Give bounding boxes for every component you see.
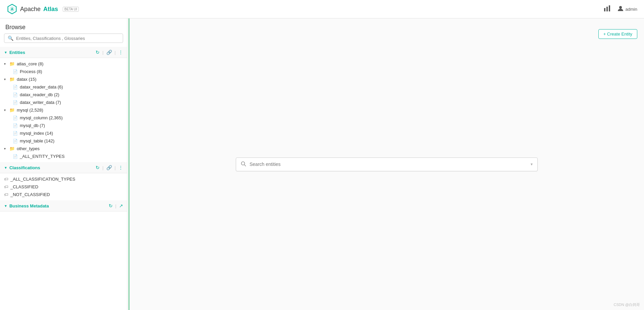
tree-folder-datax[interactable]: ▾ 📁 datax (15) <box>0 75 127 83</box>
file-icon: 📄 <box>13 154 18 159</box>
entities-label: Entities <box>9 50 25 55</box>
svg-point-7 <box>241 162 245 165</box>
arrow-icon: ▾ <box>4 77 7 81</box>
file-icon: 📄 <box>13 131 18 136</box>
file-icon: 📄 <box>13 100 18 105</box>
arrow-icon: ▾ <box>4 108 7 112</box>
main-content-area: ▾ <box>129 18 644 310</box>
file-icon: 📄 <box>13 69 18 74</box>
svg-point-6 <box>619 6 622 9</box>
tree-folder-other-types[interactable]: ▾ 📁 other_types <box>0 145 127 152</box>
tree-item-process[interactable]: 📄 Process (8) <box>0 68 127 75</box>
browse-title: Browse <box>0 18 127 34</box>
svg-rect-5 <box>609 5 610 11</box>
classifications-chevron-icon: ▼ <box>4 166 7 170</box>
item-label: mysql_db (7) <box>20 123 45 128</box>
arrow-icon: ▾ <box>4 62 7 66</box>
entities-toggle[interactable]: ▼ Entities <box>4 50 96 55</box>
file-icon: 📄 <box>13 85 18 89</box>
tree-item-all-classification-types[interactable]: 🏷 _ALL_CLASSIFICATION_TYPES <box>0 175 127 183</box>
file-icon: 📄 <box>13 123 18 128</box>
item-label: _ALL_ENTITY_TYPES <box>20 154 65 159</box>
entities-more-button[interactable]: ⋮ <box>118 50 123 55</box>
entity-search-dropdown-icon[interactable]: ▾ <box>531 162 533 167</box>
business-metadata-chevron-icon: ▼ <box>4 204 7 208</box>
classifications-actions: ↻ | 🔗 | ⋮ <box>96 165 123 170</box>
sidebar-resize-handle[interactable] <box>127 18 129 310</box>
folder-icon: 📁 <box>9 146 15 151</box>
entity-search-icon <box>241 161 246 168</box>
entities-actions: ↻ | 🔗 | ⋮ <box>96 50 123 55</box>
tag-icon: 🏷 <box>4 192 8 197</box>
folder-icon: 📁 <box>9 108 15 113</box>
tree-item-classified[interactable]: 🏷 _CLASSIFIED <box>0 183 127 191</box>
file-icon: 📄 <box>13 92 18 97</box>
business-metadata-toggle[interactable]: ▼ Business Metadata <box>4 203 109 208</box>
entity-search-input[interactable] <box>250 162 531 167</box>
header-right: admin <box>603 5 637 14</box>
entities-link-button[interactable]: 🔗 <box>106 50 112 55</box>
tree-folder-mysql[interactable]: ▾ 📁 mysql (2,528) <box>0 106 127 114</box>
svg-text:A: A <box>11 7 13 11</box>
svg-line-8 <box>245 165 246 166</box>
entities-chevron-icon: ▼ <box>4 51 7 54</box>
beta-badge: BETA UI <box>63 7 79 12</box>
classifications-toggle[interactable]: ▼ Classifications <box>4 165 96 170</box>
sidebar-search-input[interactable] <box>16 36 119 41</box>
tree-item-mysql-table[interactable]: 📄 mysql_table (142) <box>0 137 127 145</box>
business-metadata-actions: ↻ | ↗ <box>109 203 123 208</box>
user-area[interactable]: admin <box>618 5 637 13</box>
tree-item-all-entity-types[interactable]: 📄 _ALL_ENTITY_TYPES <box>0 152 127 160</box>
classifications-label: Classifications <box>9 165 40 170</box>
file-icon: 📄 <box>13 139 18 143</box>
tree-folder-atlas-core[interactable]: ▾ 📁 atlas_core (8) <box>0 60 127 68</box>
classifications-link-button[interactable]: 🔗 <box>106 165 112 170</box>
tree-item-datax-writer-data[interactable]: 📄 datax_writer_data (7) <box>0 99 127 106</box>
business-metadata-export-button[interactable]: ↗ <box>119 203 123 208</box>
user-icon <box>618 5 624 13</box>
business-metadata-section-header: ▼ Business Metadata ↻ | ↗ <box>0 200 127 211</box>
folder-icon: 📁 <box>9 61 15 66</box>
entity-search-box: ▾ <box>236 158 538 171</box>
item-label: datax_reader_db (2) <box>20 92 59 97</box>
watermark: CSDN @白鸽哥 <box>614 302 640 307</box>
logo-apache-text: Apache <box>20 6 41 13</box>
svg-rect-3 <box>604 8 605 11</box>
sidebar-search-icon: 🔍 <box>8 36 13 41</box>
tag-icon: 🏷 <box>4 184 8 189</box>
entities-tree: ▾ 📁 atlas_core (8) 📄 Process (8) ▾ 📁 dat… <box>0 58 127 162</box>
tag-icon: 🏷 <box>4 177 8 182</box>
classifications-section-header: ▼ Classifications ↻ | 🔗 | ⋮ <box>0 162 127 173</box>
classifications-refresh-button[interactable]: ↻ <box>96 165 100 170</box>
item-label: Process (8) <box>20 69 42 74</box>
tree-item-mysql-column[interactable]: 📄 mysql_column (2,365) <box>0 114 127 122</box>
tree-item-datax-reader-db[interactable]: 📄 datax_reader_db (2) <box>0 91 127 99</box>
item-label: mysql_table (142) <box>20 138 54 143</box>
folder-label: other_types <box>17 146 40 151</box>
entities-section-header: ▼ Entities ↻ | 🔗 | ⋮ <box>0 47 127 58</box>
classifications-tree: 🏷 _ALL_CLASSIFICATION_TYPES 🏷 _CLASSIFIE… <box>0 173 127 200</box>
chart-icon[interactable] <box>603 5 611 14</box>
username-label: admin <box>626 7 637 12</box>
create-entity-button[interactable]: + Create Entity <box>598 29 637 39</box>
app-header: A Apache Atlas BETA UI admin <box>0 0 644 18</box>
classifications-more-button[interactable]: ⋮ <box>118 165 123 170</box>
item-label: _CLASSIFIED <box>10 184 38 189</box>
folder-label: datax (15) <box>17 77 37 82</box>
business-metadata-label: Business Metadata <box>9 203 49 208</box>
tree-item-mysql-db[interactable]: 📄 mysql_db (7) <box>0 122 127 129</box>
logo-atlas-text: Atlas <box>43 6 58 13</box>
folder-label: atlas_core (8) <box>17 61 43 66</box>
tree-item-datax-reader-data[interactable]: 📄 datax_reader_data (6) <box>0 83 127 91</box>
business-metadata-refresh-button[interactable]: ↻ <box>109 203 113 208</box>
main-layout: Browse 🔍 ▼ Entities ↻ | 🔗 | ⋮ <box>0 18 644 310</box>
entities-refresh-button[interactable]: ↻ <box>96 50 100 55</box>
sidebar-search-bar: 🔍 <box>0 34 127 47</box>
item-label: mysql_column (2,365) <box>20 115 63 120</box>
folder-label: mysql (2,528) <box>17 108 43 113</box>
item-label: mysql_index (14) <box>20 131 53 136</box>
tree-item-not-classified[interactable]: 🏷 _NOT_CLASSIFIED <box>0 191 127 198</box>
sidebar: Browse 🔍 ▼ Entities ↻ | 🔗 | ⋮ <box>0 18 127 310</box>
tree-item-mysql-index[interactable]: 📄 mysql_index (14) <box>0 129 127 137</box>
file-icon: 📄 <box>13 116 18 120</box>
